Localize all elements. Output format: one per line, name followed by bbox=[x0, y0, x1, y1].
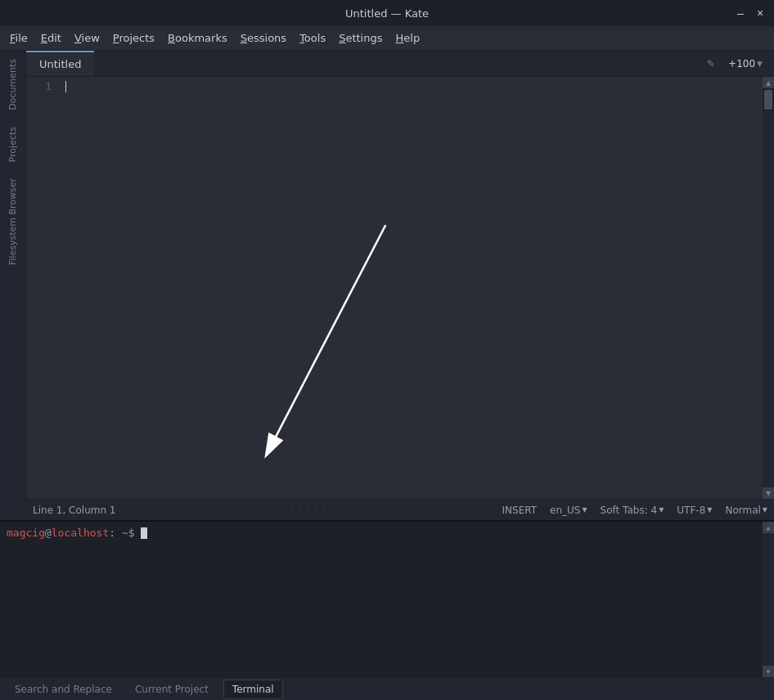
cursor-position-text: Line 1, Column 1 bbox=[33, 505, 116, 516]
terminal-scroll-track bbox=[763, 533, 774, 666]
terminal-space bbox=[135, 527, 142, 539]
terminal-scroll-up[interactable]: ▲ bbox=[763, 522, 774, 533]
zoom-indicator: +100 ▼ bbox=[723, 56, 767, 71]
terminal-dir: ~$ bbox=[115, 527, 134, 539]
menu-projects[interactable]: Projects bbox=[106, 29, 161, 47]
sidebar-item-filesystem[interactable]: Filesystem Browser bbox=[7, 170, 18, 273]
menu-tools[interactable]: Tools bbox=[293, 29, 332, 47]
statusbar: Line 1, Column 1 · · · · · INSERT en_US … bbox=[26, 499, 774, 520]
svg-line-1 bbox=[268, 225, 385, 451]
terminal-cursor bbox=[141, 527, 147, 539]
scroll-down-button[interactable]: ▼ bbox=[763, 487, 774, 499]
zoom-dropdown-icon[interactable]: ▼ bbox=[757, 60, 763, 68]
menu-file[interactable]: File bbox=[3, 29, 34, 47]
vertical-scrollbar[interactable]: ▲ ▼ bbox=[763, 77, 774, 499]
language-dropdown-icon: ▼ bbox=[582, 506, 587, 514]
menu-sessions[interactable]: Sessions bbox=[234, 29, 293, 47]
cursor-position[interactable]: Line 1, Column 1 bbox=[33, 505, 116, 516]
highlighting-selector[interactable]: Normal ▼ bbox=[725, 505, 767, 516]
encoding-selector[interactable]: UTF-8 ▼ bbox=[677, 505, 712, 516]
terminal-colon: : bbox=[109, 527, 115, 539]
text-cursor bbox=[65, 81, 66, 92]
menubar: File Edit View Projects Bookmarks Sessio… bbox=[0, 26, 774, 51]
terminal-scrollbar[interactable]: ▲ ▼ bbox=[763, 522, 774, 677]
editor-area: Untitled ✎ +100 ▼ 1 bbox=[26, 51, 774, 520]
scroll-track bbox=[763, 111, 774, 487]
main-area: Documents Projects Filesystem Browser Un… bbox=[0, 51, 774, 520]
sidebar: Documents Projects Filesystem Browser bbox=[0, 51, 26, 520]
mode-text: INSERT bbox=[502, 505, 538, 516]
highlighting-text: Normal bbox=[725, 505, 760, 516]
zoom-value: +100 bbox=[728, 58, 755, 70]
line-number-1: 1 bbox=[29, 80, 52, 92]
menu-help[interactable]: Help bbox=[389, 29, 427, 47]
arrow-annotation bbox=[59, 77, 763, 499]
tab-search-replace[interactable]: Search and Replace bbox=[7, 680, 120, 698]
tab-terminal[interactable]: Terminal bbox=[223, 680, 283, 699]
minimize-button[interactable]: – bbox=[733, 6, 748, 20]
edit-icon[interactable]: ✎ bbox=[702, 56, 720, 71]
tabbar-actions: ✎ +100 ▼ bbox=[702, 51, 774, 76]
terminal-host: localhost bbox=[52, 527, 109, 539]
menu-view[interactable]: View bbox=[68, 29, 106, 47]
terminal-scroll-down[interactable]: ▼ bbox=[763, 666, 774, 677]
language-selector[interactable]: en_US ▼ bbox=[550, 505, 587, 516]
window-title: Untitled — Kate bbox=[345, 7, 429, 20]
terminal-at: @ bbox=[45, 527, 52, 539]
tab-title: Untitled bbox=[39, 58, 81, 70]
tab-bar: Untitled ✎ +100 ▼ bbox=[26, 51, 774, 77]
scroll-up-button[interactable]: ▲ bbox=[763, 77, 774, 88]
highlighting-dropdown-icon: ▼ bbox=[763, 506, 767, 514]
menu-settings[interactable]: Settings bbox=[332, 29, 389, 47]
line-numbers: 1 bbox=[26, 77, 59, 499]
menu-edit[interactable]: Edit bbox=[34, 29, 68, 47]
indent-dropdown-icon: ▼ bbox=[659, 506, 664, 514]
terminal-prompt-line: magcig@localhost: ~$ bbox=[7, 527, 767, 539]
bottom-tabs: Search and Replace Current Project Termi… bbox=[0, 677, 774, 700]
close-button[interactable]: × bbox=[753, 6, 767, 20]
tab-untitled[interactable]: Untitled bbox=[26, 51, 94, 76]
titlebar: Untitled — Kate – × bbox=[0, 0, 774, 26]
sidebar-item-documents[interactable]: Documents bbox=[7, 51, 18, 119]
menu-bookmarks[interactable]: Bookmarks bbox=[161, 29, 234, 47]
encoding-dropdown-icon: ▼ bbox=[707, 506, 712, 514]
scroll-thumb[interactable] bbox=[764, 90, 772, 110]
mode-indicator[interactable]: INSERT bbox=[502, 505, 538, 516]
terminal-user: magcig bbox=[7, 527, 45, 539]
terminal-content[interactable]: magcig@localhost: ~$ ▲ ▼ bbox=[0, 522, 774, 677]
dots-decoration: · · · · · bbox=[290, 505, 328, 514]
window-controls: – × bbox=[733, 6, 767, 20]
encoding-text: UTF-8 bbox=[677, 505, 705, 516]
bottom-panel: magcig@localhost: ~$ ▲ ▼ Search and Repl… bbox=[0, 520, 774, 700]
editor-text[interactable] bbox=[59, 77, 763, 499]
indent-selector[interactable]: Soft Tabs: 4 ▼ bbox=[601, 505, 664, 516]
language-text: en_US bbox=[550, 505, 580, 516]
editor-content: 1 ▲ ▼ bbox=[26, 77, 774, 499]
indent-text: Soft Tabs: 4 bbox=[601, 505, 658, 516]
sidebar-item-projects[interactable]: Projects bbox=[7, 119, 18, 170]
tab-current-project[interactable]: Current Project bbox=[127, 680, 217, 698]
